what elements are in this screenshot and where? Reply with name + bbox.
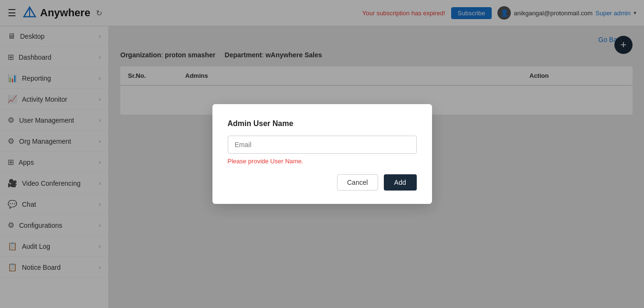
add-button[interactable]: Add bbox=[384, 174, 417, 191]
email-field[interactable] bbox=[228, 136, 417, 154]
modal-overlay[interactable]: Admin User Name Please provide User Name… bbox=[0, 0, 644, 308]
modal-error-text: Please provide User Name. bbox=[228, 158, 417, 165]
modal-actions: Cancel Add bbox=[228, 174, 417, 191]
add-admin-modal: Admin User Name Please provide User Name… bbox=[212, 104, 432, 204]
cancel-button[interactable]: Cancel bbox=[337, 174, 378, 191]
modal-title: Admin User Name bbox=[228, 119, 417, 128]
